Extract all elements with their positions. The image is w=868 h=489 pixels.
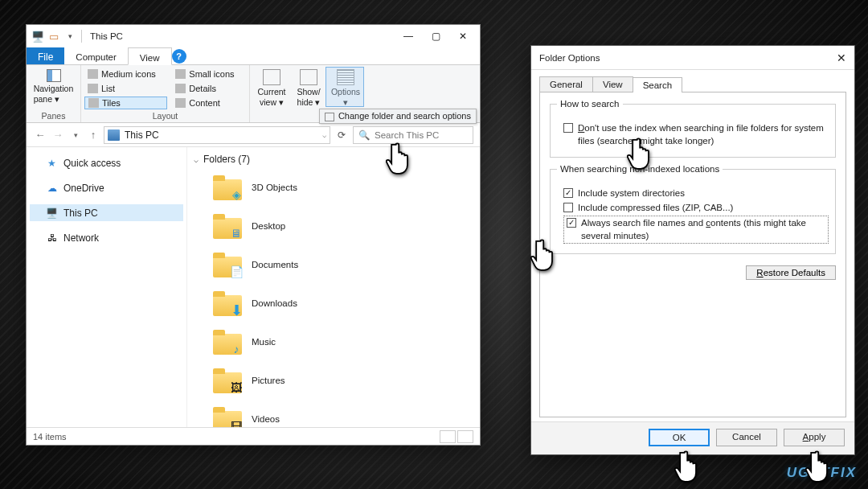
checkbox-checked-icon: ✓ [567, 218, 576, 228]
layout-options: Medium icons Small icons List Details Ti… [84, 68, 246, 109]
options-icon [337, 69, 354, 85]
dialog-title: Folder Options [539, 53, 600, 63]
non-indexed-group: When searching non-indexed locations ✓ I… [550, 169, 836, 254]
search-placeholder: Search This PC [375, 130, 439, 140]
qat-dropdown-icon[interactable]: ▾ [63, 30, 76, 43]
ribbon-tabs: File Computer View ? [27, 47, 480, 65]
address-text: This PC [125, 129, 159, 141]
dialog-titlebar: Folder Options ✕ [531, 46, 854, 70]
maximize-button[interactable]: ▢ [422, 27, 449, 46]
checkbox-checked-icon: ✓ [563, 188, 573, 198]
cancel-button[interactable]: Cancel [716, 429, 777, 446]
folder-content: ⌵Folders (7) ◈3D Objects 🖥Desktop 📄Docum… [187, 147, 480, 427]
desktop-icon: 🖥 [229, 227, 244, 240]
folder-pictures[interactable]: 🖼Pictures [194, 363, 473, 401]
folder-options-icon [325, 113, 334, 121]
item-count: 14 items [33, 432, 67, 442]
layout-medium-icons[interactable]: Medium icons [84, 68, 167, 80]
sidebar-item-this-pc[interactable]: 🖥️This PC [30, 204, 183, 221]
status-bar: 14 items [27, 427, 480, 445]
dialog-tab-view[interactable]: View [592, 76, 633, 92]
back-button[interactable]: ← [33, 129, 47, 141]
dialog-close-button[interactable]: ✕ [837, 51, 846, 64]
current-view-icon [263, 69, 280, 85]
checkbox-icon [563, 203, 573, 212]
refresh-button[interactable]: ⟳ [334, 129, 350, 141]
layout-small-icons[interactable]: Small icons [172, 68, 246, 80]
network-icon: 🖧 [46, 232, 58, 244]
folder-music[interactable]: ♪Music [194, 324, 473, 363]
dialog-buttons: OK Cancel Apply [531, 421, 854, 454]
dialog-tab-search[interactable]: Search [633, 77, 682, 92]
layout-content[interactable]: Content [172, 97, 246, 109]
file-explorer-window: 🖥️ ▭ ▾ This PC — ▢ ✕ File Computer View … [26, 24, 481, 446]
dialog-tab-general[interactable]: General [539, 76, 593, 92]
folder-3d-objects[interactable]: ◈3D Objects [194, 170, 473, 208]
chk-system-dirs[interactable]: ✓ Include system directories [563, 187, 829, 200]
folders-header[interactable]: ⌵Folders (7) [194, 152, 473, 170]
up-button[interactable]: ↑ [86, 129, 100, 141]
picture-icon: 🖼 [229, 381, 244, 394]
navigation-pane-icon [47, 69, 61, 82]
window-title: This PC [90, 31, 123, 41]
dialog-tabs: General View Search [539, 76, 846, 92]
options-button[interactable]: Options▾ [327, 68, 364, 107]
this-pc-address-icon [108, 129, 120, 141]
checkbox-icon [563, 123, 573, 133]
layout-tiles[interactable]: Tiles [84, 97, 167, 109]
how-to-search-legend: How to search [557, 99, 623, 109]
options-tooltip[interactable]: Change folder and search options [319, 109, 477, 124]
sidebar-item-onedrive[interactable]: ☁OneDrive [30, 179, 183, 196]
apply-button[interactable]: Apply [784, 429, 845, 446]
non-indexed-legend: When searching non-indexed locations [557, 164, 723, 174]
ok-button[interactable]: OK [649, 429, 710, 446]
folder-options-dialog: Folder Options ✕ General View Search How… [530, 45, 855, 455]
navigation-pane-label: Navigationpane ▾ [34, 84, 74, 104]
qat-item-icon[interactable]: ▭ [47, 30, 60, 43]
address-input[interactable]: This PC ⌵ [104, 126, 330, 144]
search-tab-panel: How to search Don't use the index when s… [539, 92, 846, 417]
recent-locations-icon[interactable]: ▾ [68, 131, 83, 139]
chk-no-index[interactable]: Don't use the index when searching in fi… [563, 122, 829, 147]
search-input[interactable]: 🔍 Search This PC [353, 126, 473, 144]
layout-details[interactable]: Details [172, 82, 246, 95]
folder-videos[interactable]: 🎞Videos [194, 401, 473, 427]
view-details-button[interactable] [440, 430, 456, 443]
titlebar: 🖥️ ▭ ▾ This PC — ▢ ✕ [27, 25, 480, 47]
chk-compressed[interactable]: Include compressed files (ZIP, CAB...) [563, 202, 829, 215]
current-view-button[interactable]: Currentview ▾ [253, 68, 290, 107]
layout-list[interactable]: List [84, 82, 167, 95]
close-button[interactable]: ✕ [449, 27, 477, 46]
search-icon: 🔍 [358, 129, 370, 141]
download-arrow-icon: ⬇ [229, 304, 244, 317]
folder-downloads[interactable]: ⬇Downloads [194, 286, 473, 324]
tab-computer[interactable]: Computer [64, 47, 128, 64]
chk-always-search[interactable]: ✓ Always search file names and contents … [563, 216, 829, 244]
this-pc-icon: 🖥️ [31, 30, 44, 43]
minimize-button[interactable]: — [395, 27, 422, 46]
sidebar-item-network[interactable]: 🖧Network [30, 229, 183, 246]
restore-defaults-button[interactable]: Restore Defaults [746, 265, 836, 280]
onedrive-icon: ☁ [46, 182, 58, 194]
document-icon: 📄 [229, 265, 244, 278]
star-icon: ★ [46, 157, 58, 169]
address-dropdown-icon[interactable]: ⌵ [322, 131, 326, 139]
address-bar: ← → ▾ ↑ This PC ⌵ ⟳ 🔍 Search This PC [27, 123, 480, 147]
show-hide-button[interactable]: Show/hide ▾ [290, 68, 327, 107]
help-icon[interactable]: ? [172, 49, 186, 64]
chevron-down-icon: ⌵ [194, 155, 199, 164]
navigation-pane-button[interactable]: Navigationpane ▾ [30, 68, 77, 105]
sidebar-item-quick-access[interactable]: ★Quick access [30, 154, 183, 171]
forward-button[interactable]: → [51, 129, 65, 141]
video-icon: 🎞 [229, 420, 244, 427]
folder-desktop[interactable]: 🖥Desktop [194, 208, 473, 247]
pc-icon: 🖥️ [46, 207, 58, 219]
tab-view[interactable]: View [128, 47, 172, 65]
tab-file[interactable]: File [27, 47, 64, 64]
watermark: UGƎTFIX [787, 464, 857, 481]
folder-documents[interactable]: 📄Documents [194, 247, 473, 286]
panes-group-label: Panes [30, 110, 77, 122]
ribbon: Navigationpane ▾ Panes Medium icons Smal… [27, 65, 480, 123]
view-large-button[interactable] [457, 430, 473, 443]
nav-sidebar: ★Quick access ☁OneDrive 🖥️This PC 🖧Netwo… [27, 147, 187, 427]
